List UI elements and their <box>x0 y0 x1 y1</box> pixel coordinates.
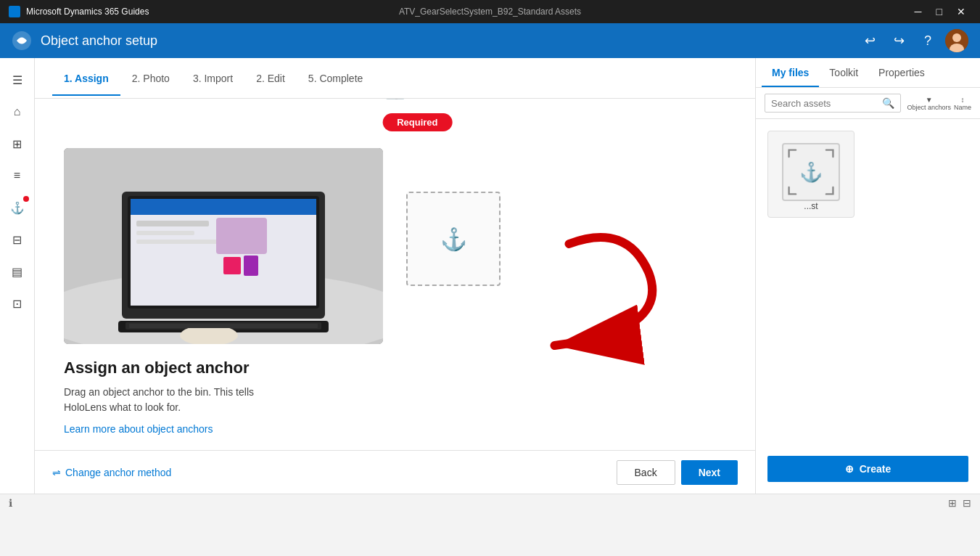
filter-area: ▼ Object anchors ↕ Name <box>907 96 971 111</box>
photo-upload-btn[interactable]: 📷 <box>385 99 405 100</box>
header-title: Object anchor setup <box>41 33 157 49</box>
right-panel: My files Toolkit Properties 🔍 ▼ Object a… <box>755 58 980 494</box>
sidebar-anchor-btn[interactable]: ⚓ <box>3 193 32 222</box>
svg-rect-9 <box>131 199 316 215</box>
wizard-footer: ⇌ Change anchor method Back Next <box>35 450 755 494</box>
required-badge: Required <box>382 113 452 131</box>
search-input[interactable] <box>771 98 882 109</box>
footer-nav: Back Next <box>617 460 738 485</box>
tab-complete[interactable]: 5. Complete <box>297 61 374 96</box>
sidebar-layout-btn[interactable]: ⊞ <box>3 129 32 158</box>
tab-my-files[interactable]: My files <box>762 58 819 87</box>
tab-toolkit[interactable]: Toolkit <box>819 58 868 87</box>
window-controls: ─ □ ✕ <box>909 0 971 23</box>
filter-label: Object anchors <box>907 104 951 111</box>
back-button[interactable]: Back <box>617 460 675 485</box>
sidebar-home-btn[interactable]: ⌂ <box>3 97 32 126</box>
panel-view-icon[interactable]: ⊟ <box>963 497 971 509</box>
redo-button[interactable]: ↪ <box>887 29 910 52</box>
right-panel-tabs: My files Toolkit Properties <box>756 58 980 88</box>
sort-icon: ↕ <box>960 96 964 104</box>
tab-import[interactable]: 3. Import <box>181 61 244 96</box>
app-name: Microsoft Dynamics 365 Guides <box>26 7 149 17</box>
learn-more-link[interactable]: Learn more about object anchors <box>64 423 213 435</box>
content-area: 1. Assign 2. Photo 3. Import 2. Edit 5. … <box>35 58 755 494</box>
create-icon: ⊕ <box>845 463 854 475</box>
laptop-image-container <box>64 148 383 344</box>
app-icon <box>9 6 20 17</box>
info-icon[interactable]: ℹ <box>9 497 12 509</box>
svg-rect-20 <box>244 255 258 276</box>
filter-icon: ▼ <box>926 96 933 104</box>
sort-name-btn[interactable]: ↕ Name <box>954 96 971 111</box>
doc-name: ATV_GearSelectSystem_B92_Standard Assets <box>399 7 581 17</box>
sidebar-grid-btn[interactable]: ⊟ <box>3 225 32 254</box>
anchor-badge <box>23 196 29 202</box>
minimize-button[interactable]: ─ <box>909 0 928 23</box>
status-bar-right: ⊞ ⊟ <box>948 497 971 509</box>
help-button[interactable]: ? <box>916 29 939 52</box>
anchor-drop-zone[interactable]: ⚓ <box>406 192 501 286</box>
title-bar: Microsoft Dynamics 365 Guides ATV_GearSe… <box>0 0 980 23</box>
sidebar-media-btn[interactable]: ⊡ <box>3 289 32 318</box>
sort-label: Name <box>954 104 971 111</box>
tab-properties[interactable]: Properties <box>868 58 935 87</box>
svg-rect-19 <box>223 257 241 274</box>
create-btn-area: ⊕ Create <box>756 444 980 494</box>
sidebar-menu-btn[interactable]: ☰ <box>3 65 32 94</box>
close-button[interactable]: ✕ <box>951 0 971 23</box>
svg-rect-18 <box>129 324 318 328</box>
laptop-illustration <box>64 148 383 344</box>
user-avatar[interactable] <box>945 29 968 52</box>
app-header: Object anchor setup ↩ ↪ ? <box>0 23 980 58</box>
object-anchor-filter-btn[interactable]: ▼ Object anchors <box>907 96 951 111</box>
change-anchor-icon: ⇌ <box>52 467 61 478</box>
sidebar-list-btn[interactable]: ▤ <box>3 257 32 286</box>
dynamics-logo <box>12 30 32 51</box>
status-bar: ℹ ⊞ ⊟ <box>0 494 980 511</box>
wizard-tabs: 1. Assign 2. Photo 3. Import 2. Edit 5. … <box>35 58 755 99</box>
search-area: 🔍 ▼ Object anchors ↕ Name <box>756 88 980 119</box>
asset-name: ...st <box>804 201 818 211</box>
undo-button[interactable]: ↩ <box>858 29 881 52</box>
svg-rect-12 <box>136 240 223 244</box>
search-icon-btn[interactable]: 🔍 <box>882 97 894 109</box>
svg-rect-11 <box>136 231 194 235</box>
tab-edit[interactable]: 2. Edit <box>244 61 297 96</box>
drop-anchor-icon: ⚓ <box>440 226 467 252</box>
wizard-body: 📷 Required <box>35 99 755 450</box>
create-button[interactable]: ⊕ Create <box>767 456 968 482</box>
svg-rect-14 <box>216 218 267 254</box>
assign-description: Drag an object anchor to the bin. This t… <box>64 385 296 415</box>
asset-grid: ⚓ ...st <box>756 119 980 229</box>
sidebar-steps-btn[interactable]: ≡ <box>3 161 32 190</box>
assign-title: Assign an object anchor <box>64 359 296 377</box>
svg-rect-10 <box>136 221 209 226</box>
grid-view-icon[interactable]: ⊞ <box>948 497 957 509</box>
assign-text-section: Assign an object anchor Drag an object a… <box>64 359 296 436</box>
main-body: ☰ ⌂ ⊞ ≡ ⚓ ⊟ ▤ ⊡ 1. Assign 2. Photo 3. Im… <box>0 58 980 494</box>
next-button[interactable]: Next <box>681 460 738 485</box>
search-input-wrap[interactable]: 🔍 <box>765 94 901 113</box>
asset-anchor-icon: ⚓ <box>799 161 823 184</box>
svg-point-2 <box>952 33 961 42</box>
left-sidebar: ☰ ⌂ ⊞ ≡ ⚓ ⊟ ▤ ⊡ <box>0 58 35 494</box>
asset-card[interactable]: ⚓ ...st <box>767 131 855 218</box>
change-anchor-btn[interactable]: ⇌ Change anchor method <box>52 467 171 478</box>
tab-assign[interactable]: 1. Assign <box>52 61 120 96</box>
restore-button[interactable]: □ <box>931 0 948 23</box>
tab-photo[interactable]: 2. Photo <box>120 61 181 96</box>
